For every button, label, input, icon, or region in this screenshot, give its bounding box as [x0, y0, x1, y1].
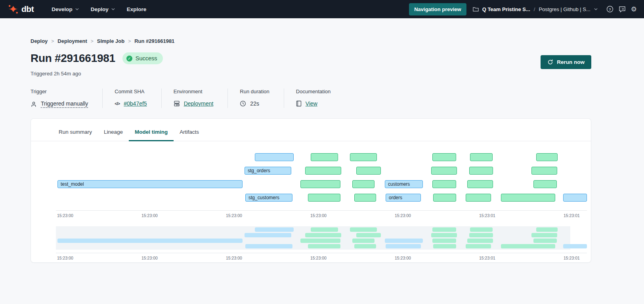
meta-value-commit-sha[interactable]: #0b47ef5 [124, 100, 147, 107]
folder-icon [473, 6, 479, 12]
gantt-bar[interactable] [536, 153, 558, 161]
clock-icon [240, 100, 246, 107]
help-icon[interactable]: ? [606, 6, 613, 13]
minimap-bar [469, 233, 493, 237]
meta-run-duration: Run duration22s [227, 89, 283, 108]
status-badge-label: Success [136, 55, 157, 62]
account-project-switcher[interactable]: Q Team Pristine S... / Postgres | Github… [473, 6, 598, 12]
svg-text:?: ? [609, 7, 611, 12]
meta-value-run-duration: 22s [250, 100, 259, 107]
project-name: Postgres | Github | S... [539, 6, 590, 12]
database-icon [174, 100, 180, 107]
nav-item-develop[interactable]: Develop [46, 0, 85, 18]
meta-value-row: 22s [240, 100, 269, 107]
meta-value-environment[interactable]: Deployment [184, 100, 214, 107]
gantt-bar[interactable] [501, 194, 555, 202]
gantt-bar[interactable] [311, 153, 338, 161]
gantt-bar[interactable] [470, 153, 493, 161]
breadcrumb-separator: > [51, 38, 54, 44]
settings-gear-icon[interactable]: ⚙ [631, 6, 637, 13]
gantt-bar-customers[interactable]: customers [385, 180, 423, 188]
gantt-bar[interactable] [308, 194, 340, 202]
minimap-bar [432, 239, 456, 243]
gantt-bar[interactable] [431, 167, 457, 175]
run-metadata-row: TriggerTriggered manuallyCommit SHA</>#0… [31, 89, 591, 108]
gantt-bar[interactable] [255, 153, 294, 161]
minimap-bar [356, 233, 381, 237]
tab-model-timing[interactable]: Model timing [129, 129, 174, 141]
minimap-bar [245, 244, 292, 248]
dbt-logo[interactable]: dbt [8, 4, 34, 15]
time-tick-label: 15:23:00 [395, 256, 411, 260]
gantt-bar[interactable] [432, 180, 456, 188]
meta-label: Documentation [296, 89, 331, 94]
minimap-bar [245, 233, 291, 237]
breadcrumb-item-deploy[interactable]: Deploy [31, 38, 48, 44]
minimap-bar [305, 233, 341, 237]
time-tick-label: 15:23:00 [226, 213, 242, 218]
nav-item-deploy[interactable]: Deploy [85, 0, 121, 18]
minimap-time-axis: 15:23:0015:23:0015:23:0015:23:0015:23:00… [56, 253, 587, 260]
gantt-minimap[interactable] [56, 226, 587, 250]
minimap-bar [311, 227, 338, 232]
minimap-bar [300, 239, 340, 243]
gantt-bar[interactable] [466, 194, 491, 202]
tab-artifacts[interactable]: Artifacts [174, 129, 205, 141]
model-timing-chart: stg_orderstest_modelcustomersstg_custome… [56, 153, 587, 260]
time-tick-label: 15:23:00 [57, 213, 73, 218]
feedback-icon[interactable] [619, 6, 626, 13]
chevron-down-icon [594, 8, 598, 10]
gantt-bar-stg-customers[interactable]: stg_customers [245, 194, 292, 202]
tab-run-summary[interactable]: Run summary [53, 129, 98, 141]
gantt-bar[interactable] [563, 194, 587, 202]
gantt-bar-orders[interactable]: orders [386, 194, 421, 202]
run-detail-card: Run summaryLineageModel timingArtifacts … [31, 118, 591, 263]
gantt-bar[interactable] [354, 194, 376, 202]
nav-item-explore[interactable]: Explore [121, 0, 153, 18]
path-separator: / [534, 6, 535, 12]
minimap-bar [385, 239, 423, 243]
dbt-logo-text: dbt [21, 4, 34, 14]
gantt-bar[interactable] [533, 180, 557, 188]
gantt-bar[interactable] [300, 180, 340, 188]
gantt-bar[interactable] [433, 194, 456, 202]
top-nav: dbt DevelopDeployExplore Navigation prev… [0, 0, 644, 18]
tab-lineage[interactable]: Lineage [98, 129, 129, 141]
time-tick-label: 15:23:00 [141, 213, 158, 218]
gantt-bar[interactable] [352, 180, 375, 188]
time-tick-label: 15:23:00 [310, 213, 327, 218]
minimap-bar [354, 244, 376, 248]
minimap-bar [386, 244, 421, 248]
meta-value-trigger: Triggered manually [41, 100, 88, 108]
time-tick-label: 15:23:01 [479, 256, 495, 260]
navigation-preview-button[interactable]: Navigation preview [409, 3, 466, 15]
breadcrumb-separator: > [128, 38, 131, 44]
gantt-bar[interactable] [350, 153, 377, 161]
gantt-bar[interactable] [531, 167, 557, 175]
breadcrumb-item-run-291661981: Run #291661981 [134, 38, 174, 44]
minimap-bar [308, 244, 340, 248]
refresh-icon [547, 59, 553, 65]
minimap-bar [433, 244, 456, 248]
page-title: Run #291661981 [31, 52, 115, 65]
gantt-chart: stg_orderstest_modelcustomersstg_custome… [56, 153, 587, 207]
gantt-bar[interactable] [432, 153, 456, 161]
rerun-now-label: Rerun now [557, 59, 585, 65]
gantt-bar-stg-orders[interactable]: stg_orders [245, 167, 291, 175]
meta-value-documentation[interactable]: View [306, 100, 317, 107]
time-tick-label: 15:23:00 [310, 256, 327, 260]
gantt-bar[interactable] [356, 167, 381, 175]
gantt-bar[interactable] [469, 167, 493, 175]
minimap-bar [563, 244, 587, 248]
code-icon: </> [115, 101, 120, 106]
meta-label: Trigger [31, 89, 88, 94]
meta-environment: EnvironmentDeployment [161, 89, 228, 108]
breadcrumb-item-simple-job[interactable]: SImple Job [97, 38, 124, 44]
breadcrumb-item-deployment[interactable]: Deployment [57, 38, 87, 44]
gantt-bar-test-model[interactable]: test_model [57, 180, 243, 188]
gantt-bar[interactable] [305, 167, 341, 175]
minimap-bar [466, 244, 491, 248]
gantt-bar[interactable] [467, 180, 493, 188]
user-icon [31, 101, 37, 108]
rerun-now-button[interactable]: Rerun now [541, 55, 591, 69]
